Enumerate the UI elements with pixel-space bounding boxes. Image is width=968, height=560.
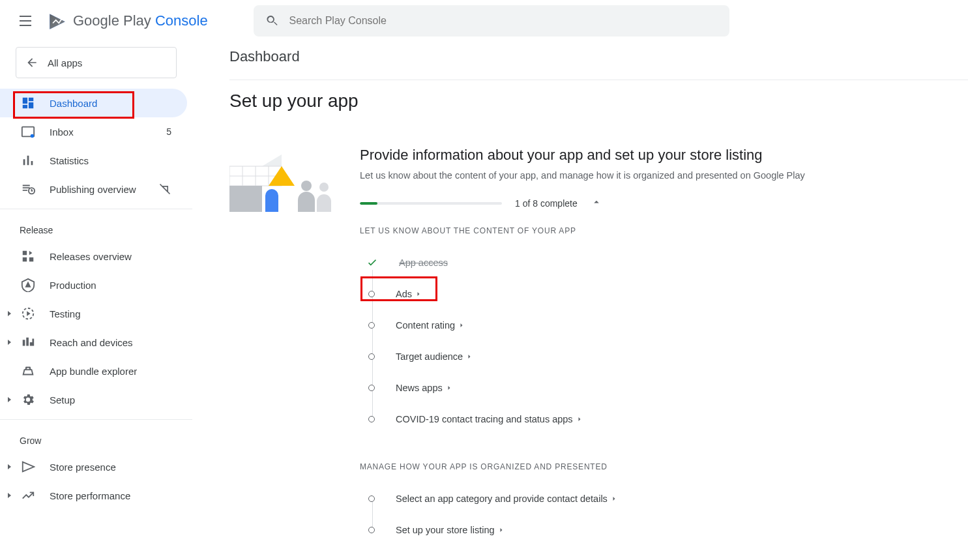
step-news-apps[interactable]: News apps — [360, 372, 968, 404]
section-heading: Set up your app — [229, 91, 968, 111]
main-content: Dashboard Set up your app Provide inform… — [229, 48, 968, 546]
gear-icon — [21, 392, 35, 407]
nav-statistics[interactable]: Statistics — [0, 146, 187, 175]
all-apps-label: All apps — [48, 57, 82, 68]
search-icon — [265, 14, 279, 28]
nav-label: Store presence — [50, 462, 116, 473]
page-title: Dashboard — [229, 48, 968, 80]
inbox-icon — [21, 125, 35, 139]
circle-icon — [368, 527, 375, 533]
setup-card: Provide information about your app and s… — [229, 147, 968, 546]
nav-testing[interactable]: Testing — [0, 299, 187, 328]
all-apps-button[interactable]: All apps — [16, 47, 177, 78]
nav-inbox[interactable]: Inbox 5 — [0, 117, 187, 146]
step-label: Target audience — [396, 351, 473, 362]
bundle-explorer-icon — [21, 364, 35, 378]
step-label: Ads — [396, 289, 422, 299]
nav-label: Publishing overview — [50, 184, 136, 195]
circle-icon — [368, 416, 375, 422]
reach-devices-icon — [21, 335, 35, 349]
inbox-badge: 5 — [166, 126, 171, 137]
progress-label: 1 of 8 complete — [515, 198, 578, 209]
step-content-rating[interactable]: Content rating — [360, 310, 968, 341]
store-presence-icon — [21, 460, 35, 474]
nav-label: Testing — [50, 308, 81, 319]
nav-dashboard[interactable]: Dashboard — [0, 89, 187, 117]
nav-label: Production — [50, 280, 96, 291]
nav-label: Dashboard — [50, 98, 97, 109]
svg-marker-8 — [23, 462, 34, 472]
svg-point-7 — [29, 367, 31, 369]
chevron-up-icon — [591, 196, 602, 208]
nav-label: Store performance — [50, 490, 130, 501]
header: Google Play Console — [0, 0, 968, 42]
step-label: COVID-19 contact tracing and status apps — [396, 414, 583, 424]
step-ads[interactable]: Ads — [360, 278, 968, 310]
production-icon — [21, 278, 35, 292]
nav-releases-overview[interactable]: Releases overview — [0, 242, 187, 271]
step-label: Content rating — [396, 320, 465, 331]
svg-marker-5 — [27, 311, 31, 316]
circle-icon — [368, 495, 375, 502]
logo[interactable]: Google Play Console — [48, 12, 208, 30]
statistics-icon — [21, 153, 35, 168]
content-sublabel: LET US KNOW ABOUT THE CONTENT OF YOUR AP… — [360, 226, 968, 235]
step-store-listing[interactable]: Set up your store listing — [360, 514, 968, 546]
search-bar[interactable] — [254, 5, 729, 37]
nav-production[interactable]: Production — [0, 271, 187, 299]
step-covid[interactable]: COVID-19 contact tracing and status apps — [360, 404, 968, 435]
nav-label: App bundle explorer — [50, 366, 137, 377]
managed-publishing-off-icon — [158, 183, 171, 196]
nav-label: Setup — [50, 394, 75, 405]
manage-sublabel: MANAGE HOW YOUR APP IS ORGANIZED AND PRE… — [360, 462, 968, 471]
chevron-right-icon — [465, 353, 473, 361]
circle-icon — [368, 385, 375, 391]
hamburger-menu-icon[interactable] — [20, 13, 35, 29]
grow-section-label: Grow — [0, 425, 192, 452]
publishing-icon — [21, 182, 35, 196]
step-label: Select an app category and provide conta… — [396, 494, 618, 504]
progress-row: 1 of 8 complete — [360, 196, 968, 211]
svg-rect-15 — [229, 186, 262, 212]
arrow-left-icon — [25, 56, 38, 69]
search-input[interactable] — [289, 15, 718, 27]
nav-label: Statistics — [50, 155, 89, 166]
chevron-right-icon — [497, 526, 505, 534]
check-icon — [366, 256, 378, 270]
step-app-access[interactable]: App access — [360, 247, 968, 278]
divider — [0, 419, 192, 420]
step-label: News apps — [396, 383, 453, 393]
step-label: Set up your store listing — [396, 525, 505, 535]
card-illustration — [229, 147, 340, 212]
svg-point-6 — [25, 367, 27, 369]
circle-icon — [368, 322, 375, 329]
sidebar: All apps Dashboard Inbox 5 Statistics Pu… — [0, 42, 192, 560]
release-section-label: Release — [0, 214, 192, 242]
svg-point-18 — [319, 183, 329, 192]
chevron-right-icon — [610, 495, 618, 503]
step-target-audience[interactable]: Target audience — [360, 341, 968, 372]
nav-store-presence[interactable]: Store presence — [0, 452, 187, 481]
circle-icon — [368, 291, 375, 297]
collapse-toggle[interactable] — [591, 196, 602, 211]
nav-publishing-overview[interactable]: Publishing overview — [0, 175, 187, 203]
nav-reach-devices[interactable]: Reach and devices — [0, 328, 187, 357]
circle-icon — [368, 353, 375, 360]
svg-point-17 — [301, 181, 312, 191]
step-label: App access — [399, 258, 448, 268]
nav-label: Inbox — [50, 126, 74, 138]
nav-store-performance[interactable]: Store performance — [0, 481, 187, 510]
nav-app-bundle-explorer[interactable]: App bundle explorer — [0, 357, 187, 385]
play-console-logo-icon — [48, 12, 66, 30]
nav-setup[interactable]: Setup — [0, 385, 187, 414]
nav-label: Releases overview — [50, 251, 132, 262]
card-description: Let us know about the content of your ap… — [360, 170, 868, 181]
dashboard-icon — [21, 96, 35, 110]
svg-point-2 — [31, 134, 34, 138]
progress-bar — [360, 202, 502, 205]
card-body: Provide information about your app and s… — [360, 147, 968, 546]
divider — [0, 209, 192, 209]
chevron-right-icon — [576, 415, 583, 423]
chevron-right-icon — [445, 384, 453, 392]
step-app-category[interactable]: Select an app category and provide conta… — [360, 483, 968, 514]
